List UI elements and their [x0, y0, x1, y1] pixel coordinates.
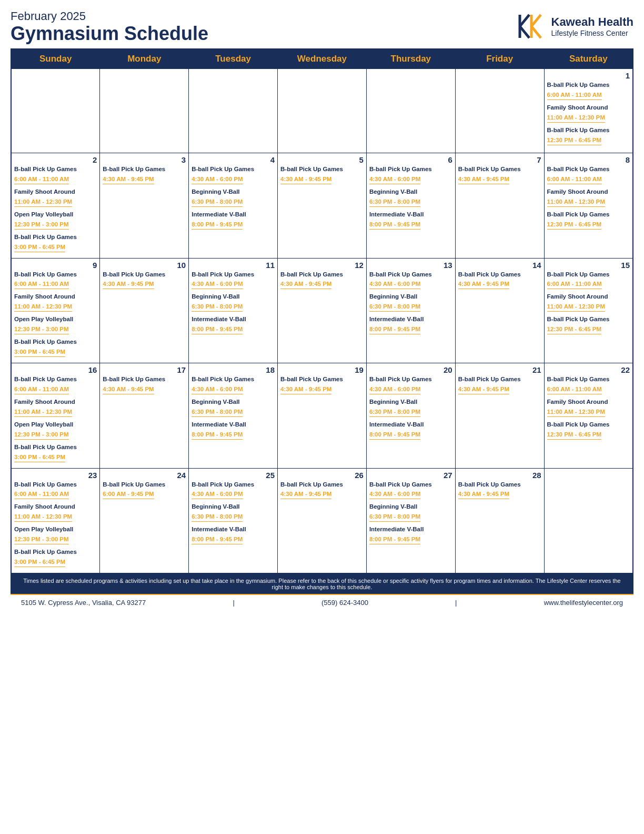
calendar-cell: 18B-ball Pick Up Games4:30 AM - 6:00 PMB…: [189, 363, 278, 469]
event-block: B-ball Pick Up Games4:30 AM - 9:45 PM: [280, 375, 364, 396]
event-time: 11:00 AM - 12:30 PM: [547, 114, 605, 123]
calendar-cell: 10B-ball Pick Up Games4:30 AM - 9:45 PM: [100, 258, 189, 363]
event-block: Beginning V-Ball6:30 PM - 8:00 PM: [369, 398, 452, 419]
calendar-cell: [100, 69, 189, 153]
event-time: 4:30 AM - 6:00 PM: [369, 385, 420, 394]
event-title: B-ball Pick Up Games: [280, 481, 364, 489]
event-block: Intermediate V-Ball8:00 PM - 9:45 PM: [369, 421, 452, 441]
logo-area: Kaweah Health Lifestyle Fitness Center: [515, 11, 634, 42]
day-number: 22: [547, 365, 630, 374]
calendar-cell: 1B-ball Pick Up Games6:00 AM - 11:00 AMF…: [544, 69, 633, 153]
event-block: B-ball Pick Up Games4:30 AM - 6:00 PM: [192, 375, 275, 396]
event-title: B-ball Pick Up Games: [458, 271, 541, 279]
event-title: B-ball Pick Up Games: [14, 375, 97, 383]
calendar-cell: 16B-ball Pick Up Games6:00 AM - 11:00 AM…: [11, 363, 100, 469]
event-title: Open Play Volleyball: [14, 421, 97, 429]
event-time: 4:30 AM - 6:00 PM: [192, 385, 243, 394]
event-title: Open Play Volleyball: [14, 525, 97, 533]
event-block: Family Shoot Around11:00 AM - 12:30 PM: [14, 398, 97, 419]
event-time: 12:30 PM - 6:45 PM: [547, 431, 602, 440]
event-time: 4:30 AM - 9:45 PM: [103, 385, 154, 394]
event-block: B-ball Pick Up Games4:30 AM - 9:45 PM: [458, 165, 541, 186]
event-title: B-ball Pick Up Games: [192, 271, 275, 279]
calendar-cell: 17B-ball Pick Up Games4:30 AM - 9:45 PM: [100, 363, 189, 469]
day-number: 16: [14, 365, 97, 374]
calendar-cell: 25B-ball Pick Up Games4:30 AM - 6:00 PMB…: [189, 468, 278, 573]
event-block: Beginning V-Ball6:30 PM - 8:00 PM: [369, 293, 452, 313]
calendar-cell: 12B-ball Pick Up Games4:30 AM - 9:45 PM: [278, 258, 367, 363]
day-number: 25: [192, 471, 275, 480]
calendar-cell: 20B-ball Pick Up Games4:30 AM - 6:00 PMB…: [366, 363, 455, 469]
event-time: 4:30 AM - 9:45 PM: [280, 280, 331, 289]
event-block: B-ball Pick Up Games12:30 PM - 6:45 PM: [547, 421, 630, 441]
event-title: B-ball Pick Up Games: [192, 375, 275, 383]
event-title: B-ball Pick Up Games: [103, 481, 186, 489]
event-title: B-ball Pick Up Games: [14, 271, 97, 279]
footer-bottom: 5105 W. Cypress Ave., Visalia, CA 93277 …: [11, 594, 633, 610]
event-time: 12:30 PM - 3:00 PM: [14, 221, 69, 230]
col-tuesday: Tuesday: [189, 49, 278, 69]
event-block: B-ball Pick Up Games3:00 PM - 6:45 PM: [14, 548, 97, 569]
day-number: 20: [369, 365, 452, 374]
logo-icon: [515, 11, 546, 42]
event-title: Family Shoot Around: [547, 398, 630, 406]
event-time: 3:00 PM - 6:45 PM: [14, 558, 65, 567]
event-block: Family Shoot Around11:00 AM - 12:30 PM: [547, 188, 630, 208]
calendar-cell: 7B-ball Pick Up Games4:30 AM - 9:45 PM: [455, 153, 544, 259]
day-number: 21: [458, 365, 541, 374]
event-block: B-ball Pick Up Games4:30 AM - 9:45 PM: [280, 481, 364, 501]
event-time: 4:30 AM - 6:00 PM: [369, 280, 420, 289]
calendar-cell: 8B-ball Pick Up Games6:00 AM - 11:00 AMF…: [544, 153, 633, 259]
svg-line-2: [520, 15, 529, 26]
event-title: B-ball Pick Up Games: [192, 165, 275, 173]
event-title: B-ball Pick Up Games: [14, 165, 97, 173]
event-block: B-ball Pick Up Games4:30 AM - 9:45 PM: [280, 165, 364, 186]
event-block: B-ball Pick Up Games6:00 AM - 11:00 AM: [14, 271, 97, 291]
footer-divider2: |: [455, 599, 457, 607]
calendar-cell: 21B-ball Pick Up Games4:30 AM - 9:45 PM: [455, 363, 544, 469]
event-block: Intermediate V-Ball8:00 PM - 9:45 PM: [192, 211, 275, 231]
event-block: B-ball Pick Up Games4:30 AM - 6:00 PM: [192, 271, 275, 291]
event-time: 11:00 AM - 12:30 PM: [14, 198, 72, 207]
event-block: B-ball Pick Up Games3:00 PM - 6:45 PM: [14, 338, 97, 359]
footer-address: 5105 W. Cypress Ave., Visalia, CA 93277: [21, 599, 146, 607]
event-block: Open Play Volleyball12:30 PM - 3:00 PM: [14, 421, 97, 441]
event-block: B-ball Pick Up Games4:30 AM - 6:00 PM: [192, 165, 275, 186]
event-title: Intermediate V-Ball: [369, 525, 452, 533]
event-title: B-ball Pick Up Games: [280, 375, 364, 383]
event-time: 11:00 AM - 12:30 PM: [14, 303, 72, 312]
event-title: Family Shoot Around: [14, 293, 97, 301]
calendar-cell: [366, 69, 455, 153]
event-title: B-ball Pick Up Games: [547, 126, 630, 134]
event-block: Beginning V-Ball6:30 PM - 8:00 PM: [369, 503, 452, 523]
event-title: Intermediate V-Ball: [369, 315, 452, 323]
event-time: 6:30 PM - 8:00 PM: [369, 513, 420, 522]
event-time: 6:30 PM - 8:00 PM: [369, 408, 420, 417]
svg-line-6: [531, 26, 541, 38]
header: February 2025 Gymnasium Schedule Kaweah …: [11, 9, 633, 43]
calendar-cell: 9B-ball Pick Up Games6:00 AM - 11:00 AMF…: [11, 258, 100, 363]
event-time: 8:00 PM - 9:45 PM: [369, 535, 420, 544]
event-time: 6:00 AM - 11:00 AM: [547, 91, 602, 100]
calendar-week-row: 2B-ball Pick Up Games6:00 AM - 11:00 AMF…: [11, 153, 633, 259]
col-thursday: Thursday: [366, 49, 455, 69]
event-block: Beginning V-Ball6:30 PM - 8:00 PM: [192, 293, 275, 313]
event-block: B-ball Pick Up Games12:30 PM - 6:45 PM: [547, 211, 630, 231]
calendar-cell: 22B-ball Pick Up Games6:00 AM - 11:00 AM…: [544, 363, 633, 469]
header-title: February 2025 Gymnasium Schedule: [11, 9, 208, 43]
event-block: B-ball Pick Up Games12:30 PM - 6:45 PM: [547, 126, 630, 147]
col-wednesday: Wednesday: [278, 49, 367, 69]
day-number: 5: [280, 155, 364, 164]
event-title: B-ball Pick Up Games: [458, 165, 541, 173]
day-number: 7: [458, 155, 541, 164]
event-title: B-ball Pick Up Games: [547, 375, 630, 383]
logo-text: Kaweah Health Lifestyle Fitness Center: [551, 15, 634, 37]
col-saturday: Saturday: [544, 49, 633, 69]
event-title: Family Shoot Around: [14, 188, 97, 196]
event-time: 3:00 PM - 6:45 PM: [14, 348, 65, 357]
logo-name: Kaweah Health: [551, 15, 634, 29]
event-title: B-ball Pick Up Games: [14, 443, 97, 451]
day-number: 23: [14, 471, 97, 480]
event-time: 8:00 PM - 9:45 PM: [369, 431, 420, 440]
event-time: 11:00 AM - 12:30 PM: [547, 303, 605, 312]
